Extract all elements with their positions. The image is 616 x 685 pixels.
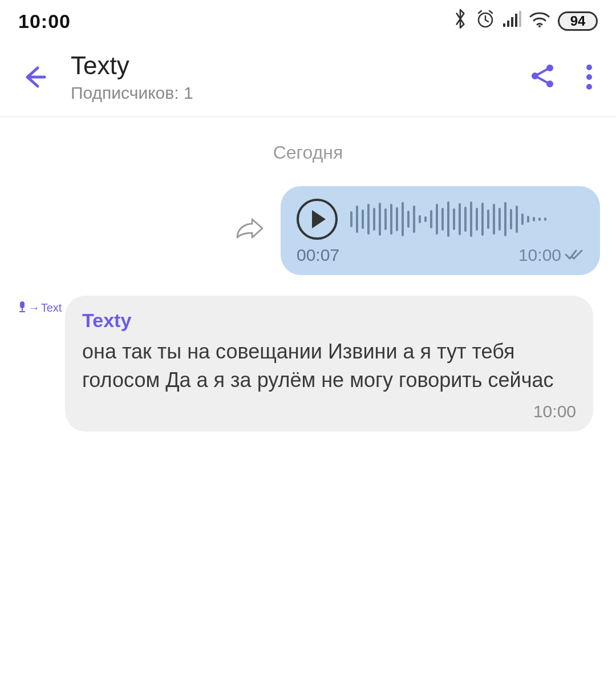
play-icon xyxy=(312,210,326,228)
bluetooth-icon xyxy=(453,8,468,34)
more-menu-icon[interactable] xyxy=(586,65,592,90)
signal-icon xyxy=(503,10,521,33)
header-title-block[interactable]: Texty Подписчиков: 1 xyxy=(55,51,530,103)
arrow-right-icon: → xyxy=(29,301,40,315)
message-row-outgoing: 00:07 10:00 xyxy=(0,186,616,275)
status-bar: 10:00 94 xyxy=(0,0,616,40)
svg-rect-4 xyxy=(515,14,517,27)
status-time: 10:00 xyxy=(18,10,71,33)
avatar-label: Text xyxy=(41,301,62,315)
chat-subtitle: Подписчиков: 1 xyxy=(71,83,530,103)
message-sender: Texty xyxy=(82,309,576,332)
back-button[interactable] xyxy=(14,65,55,90)
battery-indicator: 94 xyxy=(558,11,598,31)
chat-title: Texty xyxy=(71,51,530,80)
message-body: она так ты на совещании Извини а я тут т… xyxy=(82,337,576,394)
date-separator: Сегодня xyxy=(0,142,616,163)
status-icons: 94 xyxy=(453,8,598,34)
chat-header: Texty Подписчиков: 1 xyxy=(0,40,616,117)
alarm-icon xyxy=(476,9,495,33)
share-icon[interactable] xyxy=(530,63,556,91)
svg-rect-1 xyxy=(503,23,505,27)
svg-rect-10 xyxy=(20,301,25,308)
svg-rect-2 xyxy=(507,21,509,27)
forward-icon[interactable] xyxy=(234,217,265,244)
svg-rect-3 xyxy=(511,17,513,27)
voice-sent-time: 10:00 xyxy=(518,245,561,265)
wifi-icon xyxy=(529,10,550,33)
svg-rect-5 xyxy=(519,11,521,27)
read-check-icon xyxy=(565,245,584,265)
message-row-incoming: → Text Texty она так ты на совещании Изв… xyxy=(0,275,616,432)
bot-avatar[interactable]: → Text xyxy=(14,300,65,315)
voice-message-bubble[interactable]: 00:07 10:00 xyxy=(281,186,600,275)
play-button[interactable] xyxy=(297,199,338,240)
message-time: 10:00 xyxy=(82,402,576,421)
chat-area: Сегодня 00:07 10:00 xyxy=(0,117,616,432)
text-message-bubble[interactable]: Texty она так ты на совещании Извини а я… xyxy=(65,296,593,432)
voice-duration: 00:07 xyxy=(297,245,339,265)
svg-point-6 xyxy=(538,25,541,27)
waveform[interactable] xyxy=(350,200,584,239)
